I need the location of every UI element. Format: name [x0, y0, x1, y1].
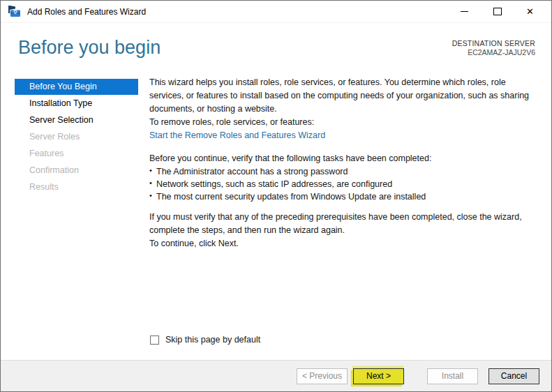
remove-roles-block: To remove roles, role services, or featu…: [149, 116, 540, 142]
sidebar-item-results: Results: [15, 179, 138, 195]
remove-roles-wizard-link[interactable]: Start the Remove Roles and Features Wiza…: [149, 130, 325, 140]
sidebar-item-installation-type[interactable]: Installation Type: [15, 95, 138, 112]
wizard-footer: < Previous Next > Install Cancel: [1, 360, 551, 391]
install-button: Install: [427, 368, 478, 384]
window-controls: ✕: [448, 1, 551, 22]
skip-page-row: Skip this page by default: [150, 335, 260, 345]
sidebar-item-confirmation: Confirmation: [15, 162, 138, 179]
skip-page-checkbox[interactable]: [150, 336, 159, 345]
window-title: Add Roles and Features Wizard: [27, 7, 146, 17]
maximize-icon: [493, 8, 502, 15]
previous-button: < Previous: [297, 368, 348, 384]
destination-server-name: EC2AMAZ-JAJU2V6: [452, 48, 535, 57]
intro-paragraph: This wizard helps you install roles, rol…: [149, 76, 540, 116]
prerequisite-list: • The Administrator account has a strong…: [149, 165, 540, 203]
list-item-text: Network settings, such as static IP addr…: [156, 178, 392, 190]
list-item: • Network settings, such as static IP ad…: [149, 178, 540, 190]
bullet-icon: •: [149, 164, 156, 176]
verify-tasks-label: Before you continue, verify that the fol…: [149, 152, 540, 165]
wizard-steps-sidebar: Before You Begin Installation Type Serve…: [15, 79, 138, 195]
sidebar-item-server-selection[interactable]: Server Selection: [15, 112, 138, 128]
sidebar-item-features: Features: [15, 145, 138, 162]
close-icon: ✕: [526, 7, 534, 16]
destination-server-block: DESTINATION SERVER EC2AMAZ-JAJU2V6: [452, 39, 535, 57]
list-item: • The most current security updates from…: [149, 190, 540, 203]
title-bar: Add Roles and Features Wizard ✕: [1, 1, 551, 23]
wizard-page-content: This wizard helps you install roles, rol…: [149, 76, 540, 250]
bullet-icon: •: [149, 176, 156, 189]
close-button[interactable]: ✕: [514, 1, 546, 22]
sidebar-item-server-roles: Server Roles: [15, 128, 138, 145]
remove-roles-label: To remove roles, role services, or featu…: [149, 116, 540, 129]
skip-page-checkbox-label[interactable]: Skip this page by default: [165, 335, 260, 345]
sidebar-item-before-you-begin[interactable]: Before You Begin: [15, 79, 138, 95]
list-item-text: The Administrator account has a strong p…: [156, 165, 348, 178]
cancel-button[interactable]: Cancel: [488, 368, 539, 384]
minimize-button[interactable]: [448, 1, 481, 22]
bullet-icon: •: [149, 189, 156, 202]
list-item: • The Administrator account has a strong…: [149, 165, 540, 178]
destination-server-label: DESTINATION SERVER: [452, 39, 535, 48]
wizard-window: Add Roles and Features Wizard ✕ Before y…: [0, 0, 552, 392]
next-button[interactable]: Next >: [353, 368, 404, 384]
minimize-icon: [461, 11, 468, 12]
verify-note-paragraph: If you must verify that any of the prece…: [149, 211, 540, 237]
list-item-text: The most current security updates from W…: [156, 190, 426, 203]
page-title: Before you begin: [18, 37, 161, 59]
continue-label: To continue, click Next.: [149, 237, 540, 250]
maximize-button[interactable]: [481, 1, 514, 22]
server-manager-icon: [8, 6, 21, 17]
